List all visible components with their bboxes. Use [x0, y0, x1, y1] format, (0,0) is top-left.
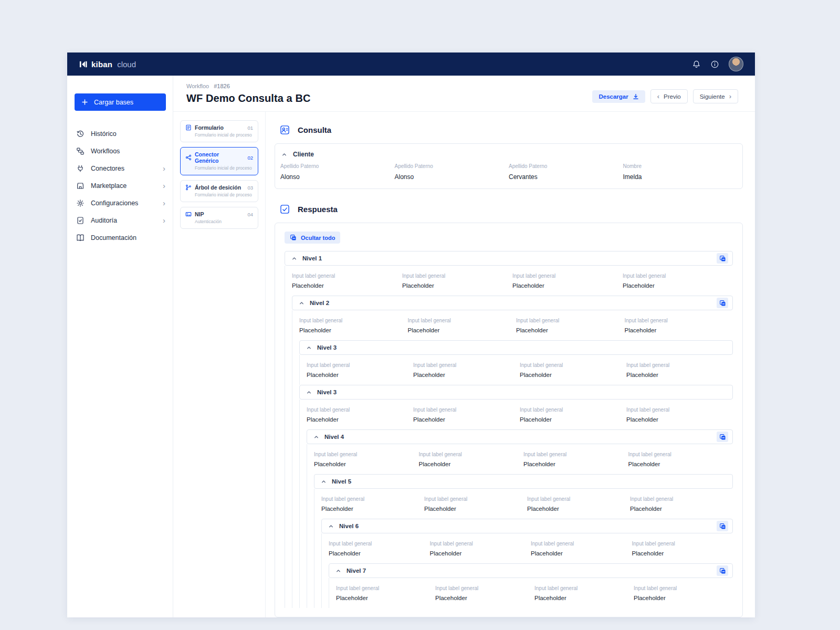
- level-section: Nivel 5 Input label general Placeholder …: [314, 474, 733, 608]
- level-header[interactable]: Nivel 5: [314, 474, 733, 489]
- field: Input label general Placeholder: [307, 407, 413, 423]
- field: Nombre Imelda: [623, 163, 738, 181]
- sidebar-item-historico[interactable]: Histórico ›: [67, 125, 173, 142]
- field: Input label general Placeholder: [408, 318, 517, 333]
- field: Input label general Placeholder: [430, 541, 531, 556]
- level-header[interactable]: Nivel 3: [299, 385, 733, 400]
- gear-icon: [76, 199, 85, 207]
- cargar-bases-button[interactable]: Cargar bases: [75, 93, 166, 111]
- field: Input label general Placeholder: [512, 273, 623, 289]
- level-header[interactable]: Nivel 2: [292, 296, 733, 310]
- field: Input label general Placeholder: [520, 407, 626, 423]
- field: Input label general Placeholder: [626, 362, 733, 378]
- field: Input label general Placeholder: [623, 273, 733, 289]
- field-label: Apellido Paterno: [280, 163, 395, 169]
- field-value: Cervantes: [509, 173, 623, 181]
- cliente-card-header[interactable]: Cliente: [280, 150, 737, 163]
- level-section: Nivel 3 Input label general Placeholder …: [299, 385, 733, 608]
- chevron-up-icon: [335, 568, 341, 574]
- field: Input label general Placeholder: [534, 585, 634, 601]
- bell-icon[interactable]: [692, 60, 701, 69]
- workflow-icon: [76, 147, 85, 155]
- field: Input label general Placeholder: [531, 541, 632, 556]
- next-button[interactable]: Siguiente ›: [693, 89, 738, 103]
- copy-icon[interactable]: [717, 432, 728, 442]
- level-section: Nivel 6 Input label general Placeholder …: [321, 519, 733, 608]
- field: Input label general Placeholder: [630, 496, 733, 512]
- collapse-all-button[interactable]: Ocultar todo: [285, 232, 340, 244]
- level-header[interactable]: Nivel 4: [307, 429, 733, 444]
- field-label: Apellido Paterno: [509, 163, 623, 169]
- consulta-icon: [279, 124, 290, 135]
- sidebar-item-workfloos[interactable]: Workfloos ›: [67, 142, 173, 160]
- field-label: Nombre: [623, 163, 738, 169]
- download-icon: [633, 93, 639, 100]
- storefront-icon: [76, 182, 85, 190]
- level-section: Nivel 2 Input label general Placeholder …: [292, 296, 733, 608]
- chevron-up-icon: [291, 256, 297, 261]
- sidebar-item-marketplace[interactable]: Marketplace ›: [67, 177, 173, 194]
- level-header[interactable]: Nivel 1: [285, 251, 733, 266]
- field: Apellido Paterno Cervantes: [509, 163, 623, 181]
- copy-icon[interactable]: [717, 253, 728, 264]
- level-header[interactable]: Nivel 6: [321, 519, 733, 533]
- level-section: Nivel 3 Input label general Placeholder …: [299, 340, 733, 385]
- content-panel: Consulta Cliente Apellido Paterno Alonso: [266, 112, 755, 617]
- field: Input label general Placeholder: [413, 407, 520, 423]
- levels-container: Nivel 1 Input label general Placeholder …: [285, 251, 733, 608]
- step-card-conector-generico[interactable]: Conector Genérico 02 Formulario inicial …: [180, 147, 258, 175]
- consulta-section-header: Consulta: [275, 124, 743, 135]
- field: Input label general Placeholder: [520, 362, 626, 378]
- chevron-up-icon: [299, 300, 304, 306]
- field: Input label general Placeholder: [625, 318, 733, 333]
- copy-icon[interactable]: [717, 298, 728, 308]
- avatar[interactable]: [729, 57, 743, 71]
- info-icon[interactable]: [710, 60, 719, 69]
- field: Input label general Placeholder: [321, 496, 424, 512]
- step-card-nip[interactable]: NIP 04 Autenticación: [180, 207, 258, 229]
- field-value: Alonso: [280, 173, 395, 181]
- chevron-up-icon: [313, 434, 319, 440]
- page-title: WF Demo Consulta a BC: [186, 92, 311, 104]
- next-label: Siguiente: [700, 93, 725, 100]
- brand-suffix-text: cloud: [117, 60, 136, 69]
- field: Input label general Placeholder: [435, 585, 534, 601]
- sidebar-item-documentacion[interactable]: Documentación ›: [67, 229, 173, 246]
- breadcrumb-id: #1826: [214, 83, 230, 89]
- breadcrumb-workfloo: Workfloo: [186, 83, 209, 89]
- chevron-up-icon: [321, 479, 327, 485]
- field: Input label general Placeholder: [419, 452, 524, 467]
- step-card-formulario[interactable]: Formulario 01 Formulario inicial de proc…: [180, 120, 258, 142]
- book-icon: [76, 234, 85, 242]
- copy-icon[interactable]: [717, 521, 728, 531]
- copy-icon[interactable]: [717, 565, 728, 576]
- sidebar-item-conectores[interactable]: Conectores ›: [67, 160, 173, 177]
- level-header[interactable]: Nivel 7: [329, 563, 733, 578]
- sidebar-item-configuraciones[interactable]: Configuraciones ›: [67, 194, 173, 212]
- field: Apellido Paterno Alonso: [395, 163, 509, 181]
- field: Input label general Placeholder: [626, 407, 733, 423]
- field-label: Apellido Paterno: [395, 163, 509, 169]
- steps-list: Formulario 01 Formulario inicial de proc…: [173, 112, 266, 617]
- field: Input label general Placeholder: [292, 273, 402, 289]
- plug-icon: [76, 164, 85, 173]
- cliente-card: Cliente Apellido Paterno Alonso Apellido…: [275, 143, 743, 189]
- previous-label: Previo: [664, 93, 681, 100]
- level-header[interactable]: Nivel 3: [299, 340, 733, 355]
- audit-check-icon: [76, 216, 85, 225]
- step-card-arbol-de-desicion[interactable]: Árbol de desición 03 Formulario inicial …: [180, 180, 258, 202]
- top-navbar: kiban cloud: [67, 52, 755, 76]
- sidebar-item-auditoria[interactable]: Auditoría ›: [67, 212, 173, 229]
- collapse-all-icon: [290, 234, 297, 241]
- field: Input label general Placeholder: [523, 452, 628, 467]
- cliente-card-title: Cliente: [293, 151, 314, 158]
- download-button[interactable]: Descargar: [592, 90, 645, 103]
- level-section: Nivel 7 Input label general Placeholder …: [329, 563, 733, 608]
- field: Input label general Placeholder: [424, 496, 527, 512]
- respuesta-icon: [279, 204, 290, 215]
- chevron-up-icon: [281, 152, 287, 158]
- previous-button[interactable]: ‹ Previo: [650, 89, 688, 103]
- download-label: Descargar: [598, 93, 628, 100]
- consulta-title: Consulta: [298, 125, 331, 134]
- sidebar-nav: Histórico › Workfloos › Conectores › Mar…: [67, 125, 173, 246]
